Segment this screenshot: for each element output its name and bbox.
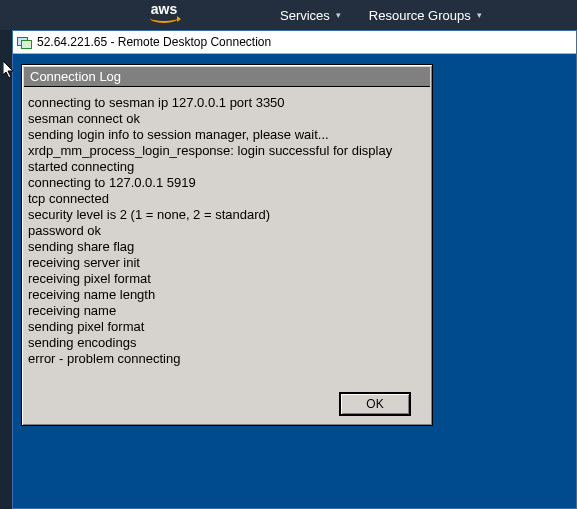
log-line: error - problem connecting — [28, 351, 426, 367]
window-titlebar[interactable]: 52.64.221.65 - Remote Desktop Connection — [13, 31, 576, 54]
aws-top-bar: aws Services ▾ Resource Groups ▾ — [0, 0, 577, 30]
log-line: sending share flag — [28, 239, 426, 255]
chevron-down-icon: ▾ — [477, 10, 482, 20]
dialog-button-row: OK — [22, 387, 432, 417]
aws-menu: Services ▾ Resource Groups ▾ — [280, 0, 482, 30]
aws-logo: aws — [150, 0, 178, 23]
log-line: xrdp_mm_process_login_response: login su… — [28, 143, 426, 159]
log-line: receiving pixel format — [28, 271, 426, 287]
log-line: tcp connected — [28, 191, 426, 207]
connection-log-dialog: Connection Log connecting to sesman ip 1… — [21, 64, 433, 426]
aws-menu-label: Services — [280, 8, 330, 23]
window-title: 52.64.221.65 - Remote Desktop Connection — [37, 35, 271, 49]
rdp-icon — [17, 35, 31, 49]
log-line: sesman connect ok — [28, 111, 426, 127]
log-line: receiving name length — [28, 287, 426, 303]
aws-swoosh-icon — [150, 13, 178, 23]
ok-button[interactable]: OK — [340, 393, 410, 415]
remote-desktop-stage: Connection Log connecting to sesman ip 1… — [13, 54, 576, 508]
aws-menu-label: Resource Groups — [369, 8, 471, 23]
log-line: password ok — [28, 223, 426, 239]
dialog-body: connecting to sesman ip 127.0.0.1 port 3… — [22, 89, 432, 387]
log-line: security level is 2 (1 = none, 2 = stand… — [28, 207, 426, 223]
log-line: receiving server init — [28, 255, 426, 271]
log-line: sending pixel format — [28, 319, 426, 335]
chevron-down-icon: ▾ — [336, 10, 341, 20]
log-line: connecting to sesman ip 127.0.0.1 port 3… — [28, 95, 426, 111]
log-line: sending login info to session manager, p… — [28, 127, 426, 143]
dialog-title: Connection Log — [24, 67, 430, 87]
log-line: sending encodings — [28, 335, 426, 351]
log-line: receiving name — [28, 303, 426, 319]
svg-marker-0 — [3, 61, 13, 78]
log-line: started connecting — [28, 159, 426, 175]
aws-menu-resource-groups[interactable]: Resource Groups ▾ — [369, 8, 482, 23]
rdp-window: 52.64.221.65 - Remote Desktop Connection… — [12, 30, 577, 509]
log-line: connecting to 127.0.0.1 5919 — [28, 175, 426, 191]
aws-menu-services[interactable]: Services ▾ — [280, 8, 341, 23]
